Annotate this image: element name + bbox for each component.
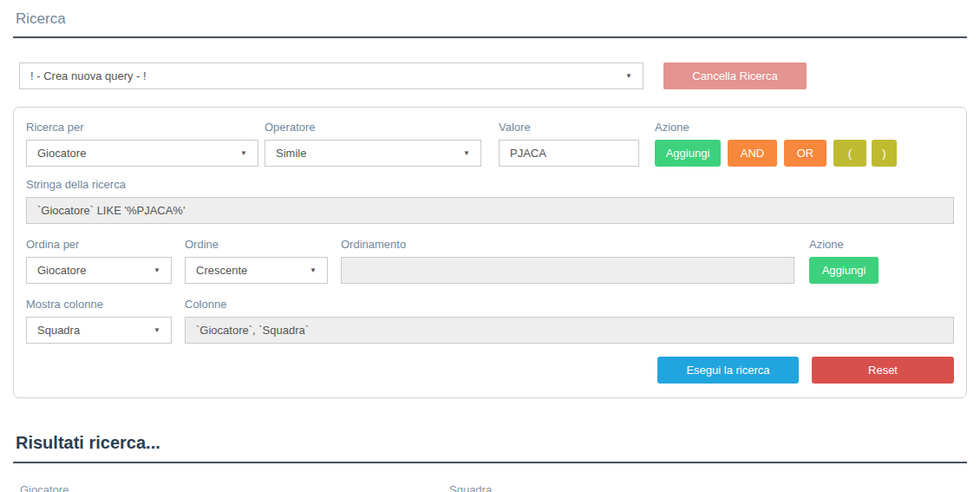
query-string-label: Stringa della ricerca (26, 178, 954, 191)
chevron-down-icon: ▼ (310, 266, 317, 274)
columns-field: Colonne (185, 298, 954, 344)
submit-row: Esegui la ricerca Reset (26, 357, 954, 385)
search-by-field: Ricerca per Giocatore ▼ (26, 121, 258, 167)
open-paren-button[interactable]: ( (833, 140, 866, 167)
order-action-field: Azione Aggiungi (809, 238, 879, 284)
reset-button[interactable]: Reset (812, 357, 954, 384)
saved-query-select[interactable]: ! - Crea nuova query - ! ▼ (19, 62, 644, 89)
chevron-down-icon: ▼ (154, 326, 160, 334)
show-columns-select[interactable]: Squadra ▼ (26, 317, 172, 344)
action-field: Azione Aggiungi AND OR ( ) (655, 121, 954, 167)
operator-field: Operatore Simile ▼ (265, 121, 481, 167)
add-order-button[interactable]: Aggiungi (809, 257, 879, 284)
value-field: Valore (499, 121, 639, 167)
order-row: Ordina per Giocatore ▼ Ordine Crescente … (26, 238, 954, 284)
order-by-field: Ordina per Giocatore ▼ (26, 238, 172, 284)
condition-row: Ricerca per Giocatore ▼ Operatore Simile… (26, 121, 954, 167)
order-direction-select-value: Crescente (196, 264, 247, 277)
results-title: Risultati ricerca... (13, 433, 967, 463)
show-columns-select-value: Squadra (37, 324, 80, 337)
action-buttons: Aggiungi AND OR ( ) (655, 140, 954, 167)
columns-input (185, 317, 954, 344)
chevron-down-icon: ▼ (154, 266, 160, 274)
operator-select-value: Simile (276, 147, 306, 160)
query-builder-panel: Ricerca per Giocatore ▼ Operatore Simile… (13, 107, 967, 398)
close-paren-button[interactable]: ) (872, 140, 897, 167)
order-direction-label: Ordine (185, 238, 328, 251)
add-condition-button[interactable]: Aggiungi (655, 140, 721, 167)
operator-select[interactable]: Simile ▼ (265, 140, 481, 167)
order-direction-select[interactable]: Crescente ▼ (185, 257, 328, 284)
value-label: Valore (499, 121, 639, 134)
ordering-label: Ordinamento (341, 238, 794, 251)
order-action-label: Azione (809, 238, 879, 251)
query-bar: ! - Crea nuova query - ! ▼ Cancella Rice… (13, 62, 967, 89)
show-columns-label: Mostra colonne (26, 298, 172, 311)
show-columns-field: Mostra colonne Squadra ▼ (26, 298, 172, 344)
and-operator-button[interactable]: AND (728, 140, 777, 167)
table-header-row: Giocatore Squadra (13, 476, 967, 492)
value-input[interactable] (499, 140, 639, 167)
clear-search-button[interactable]: Cancella Ricerca (663, 62, 807, 89)
or-operator-button[interactable]: OR (784, 140, 826, 167)
search-by-select-value: Giocatore (37, 147, 86, 160)
columns-label: Colonne (185, 298, 954, 311)
ordering-field: Ordinamento (341, 238, 794, 284)
order-by-label: Ordina per (26, 238, 172, 251)
operator-label: Operatore (265, 121, 481, 134)
content-area: Ricerca ! - Crea nuova query - ! ▼ Cance… (13, 10, 967, 492)
column-header-squadra: Squadra (442, 476, 967, 492)
query-string-input (26, 197, 954, 224)
chevron-down-icon: ▼ (240, 149, 247, 157)
query-string-field: Stringa della ricerca (26, 178, 954, 224)
order-direction-field: Ordine Crescente ▼ (185, 238, 328, 284)
search-by-label: Ricerca per (26, 121, 258, 134)
columns-row: Mostra colonne Squadra ▼ Colonne (26, 298, 954, 344)
order-by-select[interactable]: Giocatore ▼ (26, 257, 172, 284)
search-by-select[interactable]: Giocatore ▼ (26, 140, 258, 167)
column-header-giocatore: Giocatore (13, 476, 442, 492)
order-by-select-value: Giocatore (37, 264, 86, 277)
action-label: Azione (655, 121, 954, 134)
run-search-button[interactable]: Esegui la ricerca (657, 357, 799, 384)
chevron-down-icon: ▼ (463, 149, 470, 157)
saved-query-select-value: ! - Crea nuova query - ! (30, 69, 147, 82)
results-table: Giocatore Squadra PJACA Marko {SERIE EST… (13, 476, 967, 492)
page-title: Ricerca (13, 10, 967, 38)
chevron-down-icon: ▼ (625, 72, 632, 80)
ordering-input (341, 257, 794, 284)
